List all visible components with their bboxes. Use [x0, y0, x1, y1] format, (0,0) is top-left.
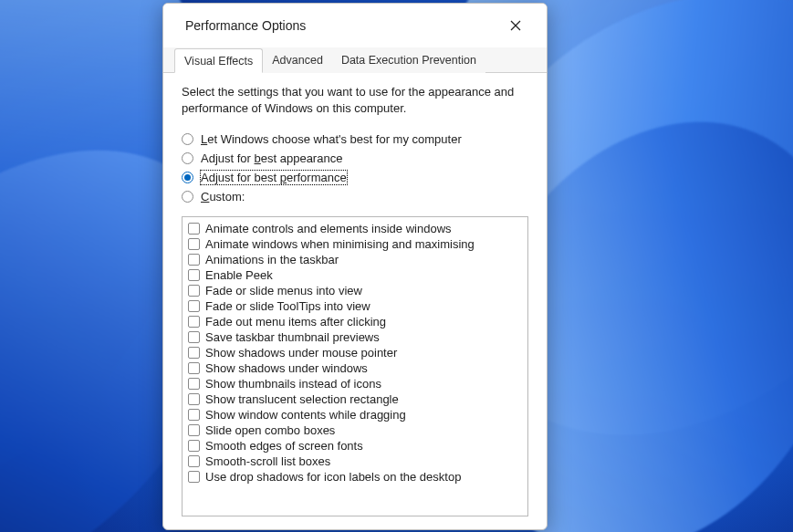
radio-option-2[interactable]: Adjust for best performance	[182, 171, 528, 184]
checkbox-icon	[188, 238, 200, 250]
tab-visual-effects[interactable]: Visual Effects	[174, 48, 263, 73]
effect-item[interactable]: Animate windows when minimising and maxi…	[188, 236, 522, 252]
effect-item[interactable]: Save taskbar thumbnail previews	[188, 329, 522, 345]
checkbox-icon	[188, 254, 200, 266]
effect-item[interactable]: Smooth edges of screen fonts	[188, 438, 522, 454]
radio-label: Adjust for best performance	[201, 171, 347, 184]
radio-icon	[182, 172, 193, 183]
effect-item[interactable]: Fade or slide ToolTips into view	[188, 298, 522, 314]
checkbox-icon	[188, 393, 200, 405]
tab-panel-visual-effects: Select the settings that you want to use…	[163, 73, 547, 529]
effect-label: Use drop shadows for icon labels on the …	[205, 470, 461, 484]
intro-text: Select the settings that you want to use…	[182, 84, 528, 116]
checkbox-icon	[188, 269, 200, 281]
performance-options-dialog: Performance Options Visual EffectsAdvanc…	[162, 3, 548, 530]
checkbox-icon	[188, 331, 200, 343]
checkbox-icon	[188, 471, 200, 483]
effect-item[interactable]: Show shadows under windows	[188, 360, 522, 376]
effect-item[interactable]: Show thumbnails instead of icons	[188, 376, 522, 391]
tab-strip: Visual EffectsAdvancedData Execution Pre…	[163, 47, 547, 73]
radio-label: Let Windows choose what's best for my co…	[201, 132, 462, 146]
radio-label: Custom:	[201, 190, 245, 203]
effect-label: Show window contents while dragging	[205, 408, 406, 422]
checkbox-icon	[188, 316, 200, 328]
effect-item[interactable]: Fade or slide menus into view	[188, 283, 522, 298]
effect-label: Show thumbnails instead of icons	[205, 377, 381, 391]
effect-label: Enable Peek	[205, 268, 273, 282]
effect-label: Smooth edges of screen fonts	[205, 439, 363, 453]
preset-radio-group: Let Windows choose what's best for my co…	[182, 132, 528, 209]
checkbox-icon	[188, 362, 200, 374]
close-button[interactable]	[496, 11, 536, 40]
checkbox-icon	[188, 424, 200, 436]
radio-option-1[interactable]: Adjust for best appearance	[182, 151, 528, 165]
effect-label: Slide open combo boxes	[205, 423, 335, 437]
titlebar: Performance Options	[163, 4, 547, 47]
effect-item[interactable]: Animate controls and elements inside win…	[188, 221, 522, 236]
effect-label: Fade or slide menus into view	[205, 284, 362, 297]
close-icon	[510, 20, 521, 31]
effect-item[interactable]: Enable Peek	[188, 267, 522, 283]
window-title: Performance Options	[185, 18, 496, 33]
radio-icon	[182, 191, 193, 203]
checkbox-icon	[188, 223, 200, 235]
tab-data-execution-prevention[interactable]: Data Execution Prevention	[332, 48, 485, 73]
checkbox-icon	[188, 409, 200, 421]
effect-item[interactable]: Show translucent selection rectangle	[188, 391, 522, 407]
effect-item[interactable]: Use drop shadows for icon labels on the …	[188, 469, 522, 485]
checkbox-icon	[188, 347, 200, 359]
effect-label: Show translucent selection rectangle	[205, 392, 399, 406]
effect-label: Save taskbar thumbnail previews	[205, 330, 380, 344]
checkbox-icon	[188, 300, 200, 312]
effect-label: Fade out menu items after clicking	[205, 315, 386, 329]
effect-label: Show shadows under mouse pointer	[205, 346, 397, 360]
radio-option-3[interactable]: Custom:	[182, 190, 528, 203]
effect-item[interactable]: Smooth-scroll list boxes	[188, 454, 522, 469]
effect-label: Smooth-scroll list boxes	[205, 454, 330, 468]
radio-label: Adjust for best appearance	[201, 151, 342, 165]
effect-label: Animate windows when minimising and maxi…	[205, 237, 475, 251]
radio-option-0[interactable]: Let Windows choose what's best for my co…	[182, 132, 528, 146]
checkbox-icon	[188, 378, 200, 390]
effect-label: Show shadows under windows	[205, 361, 368, 375]
effects-listbox[interactable]: Animate controls and elements inside win…	[182, 216, 528, 516]
effect-item[interactable]: Fade out menu items after clicking	[188, 314, 522, 329]
checkbox-icon	[188, 455, 200, 467]
effect-label: Fade or slide ToolTips into view	[205, 299, 370, 313]
radio-icon	[182, 152, 193, 164]
effect-item[interactable]: Show shadows under mouse pointer	[188, 345, 522, 360]
checkbox-icon	[188, 285, 200, 297]
effect-item[interactable]: Show window contents while dragging	[188, 407, 522, 422]
effect-item[interactable]: Animations in the taskbar	[188, 252, 522, 267]
checkbox-icon	[188, 440, 200, 452]
effect-label: Animate controls and elements inside win…	[205, 222, 452, 235]
tab-advanced[interactable]: Advanced	[263, 48, 332, 73]
effect-label: Animations in the taskbar	[205, 253, 339, 266]
effect-item[interactable]: Slide open combo boxes	[188, 422, 522, 438]
radio-icon	[182, 133, 193, 145]
